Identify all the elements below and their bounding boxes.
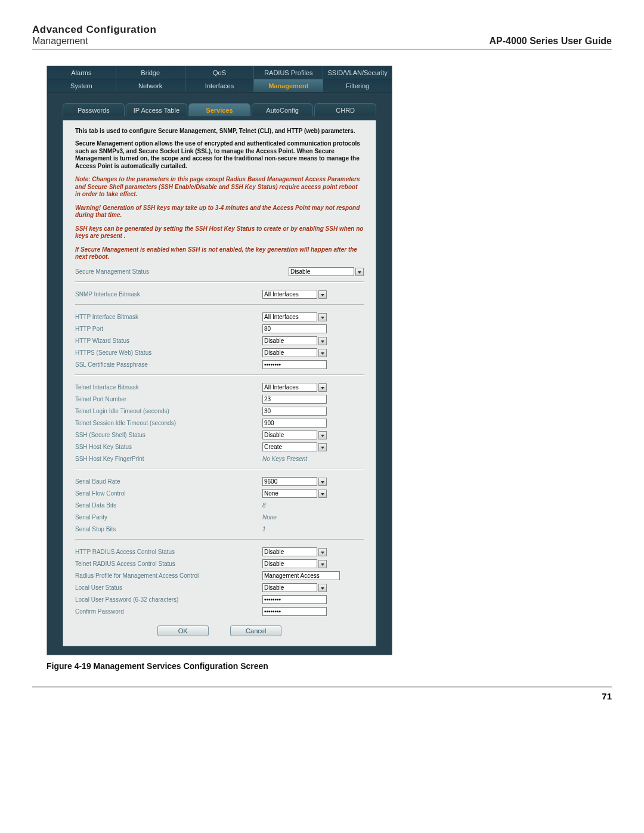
page-number: 71: [32, 691, 612, 701]
chevron-down-icon[interactable]: [318, 478, 327, 486]
note-ssh-key-gen: SSH keys can be generated by setting the…: [75, 225, 364, 240]
footer-rule: [32, 686, 612, 688]
subtab-autoconfig[interactable]: AutoConfig: [252, 103, 314, 116]
figure-caption: Figure 4-19 Management Services Configur…: [47, 661, 612, 671]
http-radius-select[interactable]: [262, 547, 317, 556]
local-user-password-input[interactable]: [262, 595, 327, 604]
tab-radius-profiles[interactable]: RADIUS Profiles: [254, 66, 323, 79]
primary-tabs: Alarms Bridge QoS RADIUS Profiles SSID/V…: [47, 66, 392, 79]
telnet-bitmask-select[interactable]: [262, 383, 317, 392]
serial-data-bits-value: 8: [262, 502, 266, 509]
tab-qos[interactable]: QoS: [185, 66, 255, 79]
radius-profile-label: Radius Profile for Management Access Con…: [75, 572, 262, 579]
telnet-port-label: Telnet Port Number: [75, 396, 262, 402]
ssh-status-select[interactable]: [262, 431, 317, 439]
subtab-passwords[interactable]: Passwords: [63, 103, 125, 116]
chevron-down-icon[interactable]: [318, 560, 327, 568]
tab-bridge[interactable]: Bridge: [116, 66, 185, 79]
serial-flow-select[interactable]: [262, 489, 317, 498]
services-panel: This tab is used to configure Secure Man…: [63, 120, 376, 646]
tab-system[interactable]: System: [47, 79, 116, 92]
note-reboot: Note: Changes to the parameters in this …: [75, 176, 364, 199]
ssh-host-key-status-select[interactable]: [262, 442, 317, 451]
https-status-select[interactable]: [262, 348, 317, 357]
ssh-fingerprint-label: SSH Host Key FingerPrint: [75, 456, 262, 462]
http-bitmask-label: HTTP Interface Bitmask: [75, 314, 262, 320]
chevron-down-icon[interactable]: [318, 443, 327, 451]
chevron-down-icon[interactable]: [318, 337, 327, 345]
tab-network[interactable]: Network: [116, 79, 185, 92]
secondary-tabs: System Network Interfaces Management Fil…: [47, 79, 392, 92]
local-user-status-select[interactable]: [262, 583, 317, 592]
subtab-ip-access-table[interactable]: IP Access Table: [126, 103, 188, 116]
chevron-down-icon[interactable]: [318, 313, 327, 321]
serial-flow-label: Serial Flow Control: [75, 490, 262, 497]
page-section-title: Advanced Configuration: [32, 24, 156, 36]
chevron-down-icon[interactable]: [318, 490, 327, 498]
radius-profile-input[interactable]: [262, 571, 340, 580]
serial-parity-value: None: [262, 514, 277, 521]
serial-data-bits-label: Serial Data Bits: [75, 502, 262, 509]
intro-text: This tab is used to configure Secure Man…: [75, 128, 364, 134]
ssl-passphrase-input[interactable]: [262, 360, 327, 369]
https-status-label: HTTPS (Secure Web) Status: [75, 349, 262, 356]
chevron-down-icon[interactable]: [318, 290, 327, 299]
secure-mgmt-status-select[interactable]: [289, 267, 354, 276]
telnet-session-timeout-label: Telnet Session Idle Timeout (seconds): [75, 420, 262, 426]
doc-guide-title: AP-4000 Series User Guide: [490, 36, 612, 47]
http-wizard-select[interactable]: [262, 336, 317, 345]
header-rule: [32, 49, 612, 50]
serial-baud-select[interactable]: [262, 477, 317, 486]
confirm-password-input[interactable]: [262, 607, 327, 616]
chevron-down-icon[interactable]: [355, 268, 364, 276]
tab-management[interactable]: Management: [254, 79, 323, 92]
chevron-down-icon[interactable]: [318, 431, 327, 439]
serial-stop-bits-value: 1: [262, 526, 266, 532]
telnet-radius-select[interactable]: [262, 559, 317, 568]
serial-stop-bits-label: Serial Stop Bits: [75, 526, 262, 532]
http-radius-label: HTTP RADIUS Access Control Status: [75, 549, 262, 555]
telnet-session-timeout-input[interactable]: [262, 419, 327, 428]
http-port-input[interactable]: [262, 324, 327, 333]
subtab-chrd[interactable]: CHRD: [314, 103, 376, 116]
chevron-down-icon[interactable]: [318, 584, 327, 592]
telnet-bitmask-label: Telnet Interface Bitmask: [75, 384, 262, 391]
page-section-subtitle: Management: [32, 36, 156, 47]
http-bitmask-select[interactable]: [262, 312, 317, 321]
serial-parity-label: Serial Parity: [75, 514, 262, 521]
note-secure-mgmt-ssh: If Secure Management is enabled when SSH…: [75, 246, 364, 261]
ssh-host-key-status-label: SSH Host Key Status: [75, 444, 262, 450]
telnet-login-timeout-input[interactable]: [262, 407, 327, 416]
chevron-down-icon[interactable]: [318, 383, 327, 392]
snmp-bitmask-select[interactable]: [262, 290, 317, 299]
telnet-port-input[interactable]: [262, 395, 327, 404]
chevron-down-icon[interactable]: [318, 548, 327, 556]
confirm-password-label: Confirm Password: [75, 608, 262, 615]
local-user-status-label: Local User Status: [75, 584, 262, 591]
tab-filtering[interactable]: Filtering: [323, 79, 392, 92]
tab-alarms[interactable]: Alarms: [47, 66, 116, 79]
cancel-button[interactable]: Cancel: [230, 625, 281, 636]
sub-tabs: Passwords IP Access Table Services AutoC…: [63, 103, 376, 116]
tab-interfaces[interactable]: Interfaces: [185, 79, 255, 92]
telnet-login-timeout-label: Telnet Login Idle Timeout (seconds): [75, 408, 262, 414]
ssl-passphrase-label: SSL Certificate Passphrase: [75, 361, 262, 368]
ssh-fingerprint-value: No Keys Present: [262, 456, 307, 462]
warning-ssh-keys: Warning! Generation of SSH keys may take…: [75, 205, 364, 219]
ok-button[interactable]: OK: [157, 625, 209, 636]
http-wizard-label: HTTP Wizard Status: [75, 337, 262, 344]
snmp-bitmask-label: SNMP Interface Bitmask: [75, 291, 262, 298]
chevron-down-icon[interactable]: [318, 349, 327, 357]
serial-baud-label: Serial Baud Rate: [75, 478, 262, 485]
telnet-radius-label: Telnet RADIUS Access Control Status: [75, 561, 262, 567]
local-user-password-label: Local User Password (6-32 characters): [75, 596, 262, 603]
tab-ssid-vlan-security[interactable]: SSID/VLAN/Security: [323, 66, 392, 79]
secure-mgmt-description: Secure Management option allows the use …: [75, 140, 364, 170]
subtab-services[interactable]: Services: [188, 103, 250, 116]
screenshot-panel: Alarms Bridge QoS RADIUS Profiles SSID/V…: [47, 66, 392, 655]
ssh-status-label: SSH (Secure Shell) Status: [75, 432, 262, 438]
http-port-label: HTTP Port: [75, 326, 262, 332]
